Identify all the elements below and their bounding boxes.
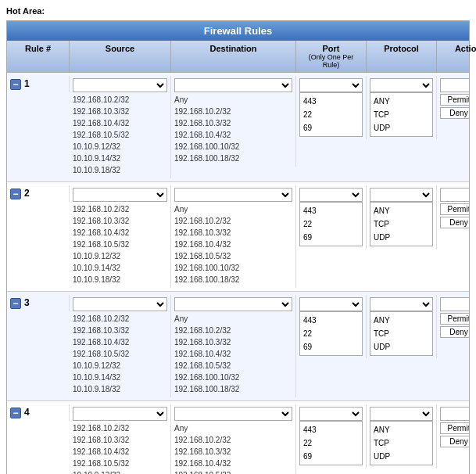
action-dropdown[interactable] [440, 78, 469, 92]
remove-rule-button[interactable]: − [10, 79, 21, 90]
source-list: 192.168.10.2/32192.168.10.3/32192.168.10… [73, 422, 167, 474]
port-cell: 4432269 [296, 76, 367, 139]
header-rule-num: Rule # [7, 41, 70, 72]
destination-dropdown[interactable] [174, 407, 292, 421]
rule-num-cell: −3 [7, 295, 70, 311]
protocol-dropdown[interactable] [370, 297, 433, 311]
action-cell: PermitDeny [437, 185, 469, 231]
source-list: 192.168.10.2/32192.168.10.3/32192.168.10… [73, 203, 167, 285]
protocol-cell: ANYTCPUDP [367, 185, 437, 249]
port-list: 4432269 [299, 92, 363, 137]
action-cell: PermitDeny [437, 295, 469, 340]
header-source: Source [70, 41, 171, 72]
source-cell: 192.168.10.2/32192.168.10.3/32192.168.10… [70, 185, 171, 288]
protocol-list: ANYTCPUDP [370, 311, 433, 356]
firewall-container: Firewall Rules Rule # Source Destination… [6, 20, 470, 474]
action-permit-button[interactable]: Permit [440, 313, 469, 325]
source-list: 192.168.10.2/32192.168.10.3/32192.168.10… [73, 313, 167, 395]
destination-list: Any192.168.10.2/32192.168.10.3/32192.168… [174, 422, 292, 474]
action-deny-button[interactable]: Deny [440, 326, 469, 338]
table-row: −3192.168.10.2/32192.168.10.3/32192.168.… [7, 292, 469, 401]
action-permit-button[interactable]: Permit [440, 203, 469, 215]
source-dropdown[interactable] [73, 407, 167, 421]
remove-rule-button[interactable]: − [10, 298, 21, 309]
header-protocol: Protocol [367, 41, 437, 72]
action-deny-button[interactable]: Deny [440, 436, 469, 447]
port-dropdown[interactable] [299, 78, 363, 92]
protocol-list: ANYTCPUDP [370, 92, 433, 137]
destination-list: Any192.168.10.2/32192.168.10.3/32192.168… [174, 313, 292, 395]
header-destination: Destination [171, 41, 296, 72]
destination-dropdown[interactable] [174, 297, 292, 311]
port-cell: 4432269 [296, 295, 367, 358]
protocol-dropdown[interactable] [370, 78, 433, 92]
firewall-title: Firewall Rules [7, 21, 469, 41]
protocol-cell: ANYTCPUDP [367, 76, 437, 139]
protocol-list: ANYTCPUDP [370, 421, 433, 465]
port-dropdown[interactable] [299, 297, 363, 311]
remove-rule-button[interactable]: − [10, 189, 21, 199]
header-action: Action [437, 41, 476, 72]
action-cell: PermitDeny [437, 76, 469, 121]
destination-cell: Any192.168.10.2/32192.168.10.3/32192.168… [171, 185, 296, 288]
source-cell: 192.168.10.2/32192.168.10.3/32192.168.10… [70, 76, 171, 178]
rule-num-cell: −4 [7, 404, 70, 421]
action-dropdown[interactable] [440, 297, 469, 311]
protocol-cell: ANYTCPUDP [367, 295, 437, 358]
action-deny-button[interactable]: Deny [440, 107, 469, 119]
remove-rule-button[interactable]: − [10, 408, 21, 418]
action-deny-button[interactable]: Deny [440, 217, 469, 228]
rule-number: 1 [24, 78, 30, 89]
protocol-list: ANYTCPUDP [370, 202, 433, 246]
rules-body: −1192.168.10.2/32192.168.10.3/32192.168.… [7, 73, 469, 474]
destination-dropdown[interactable] [174, 78, 292, 92]
table-row: −4192.168.10.2/32192.168.10.3/32192.168.… [7, 401, 469, 474]
rule-number: 3 [24, 297, 30, 308]
port-dropdown[interactable] [299, 407, 363, 421]
destination-cell: Any192.168.10.2/32192.168.10.3/32192.168… [171, 295, 296, 397]
rule-number: 4 [24, 407, 30, 418]
port-list: 4432269 [299, 311, 363, 356]
rule-num-cell: −2 [7, 185, 70, 202]
destination-cell: Any192.168.10.2/32192.168.10.3/32192.168… [171, 404, 296, 474]
port-list: 4432269 [299, 421, 363, 465]
source-dropdown[interactable] [73, 297, 167, 311]
destination-cell: Any192.168.10.2/32192.168.10.3/32192.168… [171, 76, 296, 167]
source-dropdown[interactable] [73, 78, 167, 92]
destination-list: Any192.168.10.2/32192.168.10.3/32192.168… [174, 94, 292, 164]
table-row: −1192.168.10.2/32192.168.10.3/32192.168.… [7, 73, 469, 182]
rule-number: 2 [24, 188, 30, 199]
rule-num-cell: −1 [7, 76, 70, 92]
port-cell: 4432269 [296, 185, 367, 249]
port-dropdown[interactable] [299, 188, 363, 202]
destination-dropdown[interactable] [174, 188, 292, 202]
destination-list: Any192.168.10.2/32192.168.10.3/32192.168… [174, 203, 292, 285]
hot-area-label: Hot Area: [6, 6, 470, 16]
action-permit-button[interactable]: Permit [440, 94, 469, 106]
header-port: Port (Only One Per Rule) [296, 41, 367, 72]
source-dropdown[interactable] [73, 188, 167, 202]
header-row: Rule # Source Destination Port (Only One… [7, 41, 469, 73]
protocol-dropdown[interactable] [370, 407, 433, 421]
action-dropdown[interactable] [440, 407, 469, 421]
port-list: 4432269 [299, 202, 363, 246]
protocol-dropdown[interactable] [370, 188, 433, 202]
source-cell: 192.168.10.2/32192.168.10.3/32192.168.10… [70, 295, 171, 397]
action-dropdown[interactable] [440, 188, 469, 202]
table-row: −2192.168.10.2/32192.168.10.3/32192.168.… [7, 182, 469, 292]
action-cell: PermitDeny [437, 404, 469, 450]
source-cell: 192.168.10.2/32192.168.10.3/32192.168.10… [70, 404, 171, 474]
protocol-cell: ANYTCPUDP [367, 404, 437, 468]
port-cell: 4432269 [296, 404, 367, 468]
action-permit-button[interactable]: Permit [440, 422, 469, 434]
source-list: 192.168.10.2/32192.168.10.3/32192.168.10… [73, 94, 167, 176]
